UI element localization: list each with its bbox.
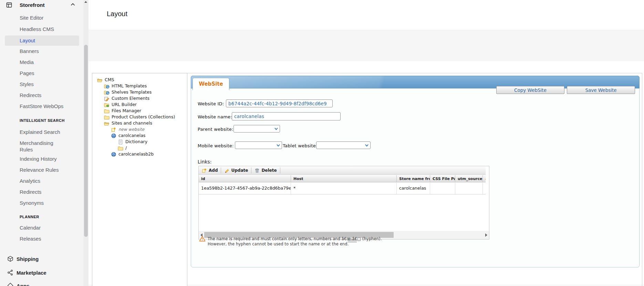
update-button[interactable]: Update [221,166,251,175]
delete-button[interactable]: Delete [251,166,280,175]
sidebar-item-relevance-rules[interactable]: Relevance Rules [20,167,78,173]
tree-item-product-clusters[interactable]: Product Clusters (Collections) [92,114,187,120]
website-name-input[interactable] [232,112,341,120]
cell-host: * [291,183,397,194]
links-grid: Add Update Delete id Host Store name fro… [198,166,489,240]
sidebar-item-site-editor[interactable]: Site Editor [20,14,78,21]
tree-item-files-manager[interactable]: Files Manager [92,108,187,114]
sidebar-item-indexing-history[interactable]: Indexing History [20,156,78,162]
links-table-header: id Host Store name from LM CSS File Path… [199,175,486,182]
storefront-icon [6,2,12,8]
tree-item-cms[interactable]: CMS [92,77,187,83]
warning-text-line1: The name is required and must contain on… [208,236,382,241]
save-website-button[interactable]: Save Website [567,86,635,94]
sidebar-item-redirects-search[interactable]: Redirects [20,189,78,195]
folder-open-icon [104,121,110,126]
column-header-partial[interactable]: a [483,175,486,182]
template-icon [104,90,110,95]
mobile-website-label: Mobile website: [198,143,234,148]
pencil-icon [224,168,229,173]
tab-website[interactable]: WebSite [193,78,229,90]
cell-utm-source [455,183,483,194]
sidebar-item-layout[interactable]: Layout [20,37,78,44]
chevron-down-icon [276,144,280,147]
sidebar-item-shipping[interactable]: Shipping [0,255,83,264]
sidebar-item-synonyms[interactable]: Synonyms [20,200,78,206]
tree-item-root-path[interactable]: / [92,145,187,151]
folder-arrow-icon [104,102,110,107]
sidebar-scrollbar[interactable] [83,0,89,286]
tree-item-url-builder[interactable]: URL Builder [92,102,187,108]
folder-icon [104,115,110,120]
tree-item-sites-and-channels[interactable]: Sites and channels [92,120,187,126]
tree-item-shelves-templates[interactable]: Shelves Templates [92,89,187,95]
tree-item-carolcanelas[interactable]: carolcanelas [92,133,187,139]
tree-item-carolcanelasb2b[interactable]: carolcanelasb2b [92,151,187,157]
cms-tree-panel: CMS HTML Templates Shelves Templates Cus… [92,73,187,286]
tree-item-dictionary[interactable]: Dictionary [92,139,187,145]
header-subband [89,31,644,61]
page-plus-icon [111,127,116,132]
mobile-website-select[interactable] [235,141,282,149]
scroll-up-arrow-icon[interactable] [84,1,87,3]
website-name-label: Website name: [198,114,232,119]
cell-css-file-path [430,183,455,194]
sidebar-scrollbar-thumb[interactable] [84,45,88,237]
section-header-intelligent-search: INTELLIGENT SEARCH [20,118,65,123]
sidebar-item-faststore-webops[interactable]: FastStore WebOps [20,103,78,109]
tree-item-custom-elements[interactable]: Custom Elements [92,95,187,102]
column-header-utm-source[interactable]: utm_source [455,175,483,182]
trash-icon [255,168,260,173]
parent-website-label: Parent website: [198,127,233,132]
copy-website-button[interactable]: Copy WebSite [496,86,564,94]
page-title: Layout [107,10,127,18]
parent-website-select[interactable] [233,125,280,133]
warning-icon [199,236,206,242]
sidebar-item-explained-search[interactable]: Explained Search [20,129,78,135]
sidebar-header[interactable]: Storefront [0,0,83,11]
sidebar-item-merchandising-rules[interactable]: Merchandising Rules [20,140,65,153]
website-id-input[interactable] [226,99,333,107]
sidebar-item-redirects[interactable]: Redirects [20,92,78,98]
diamond-icon [7,283,13,286]
folder-open-icon [97,77,103,83]
column-header-store-name[interactable]: Store name from LM [397,175,430,182]
chevron-down-icon [365,144,369,147]
sidebar-item-media[interactable]: Media [20,59,78,65]
chevron-up-icon[interactable] [71,3,75,6]
sidebar-item-banners[interactable]: Banners [20,48,78,54]
globe-icon [111,133,116,138]
website-panel: WebSite Copy WebSite Save Website Websit… [191,76,640,267]
sidebar-item-styles[interactable]: Styles [20,81,78,87]
tree-item-html-templates[interactable]: HTML Templates [92,83,187,89]
sidebar-item-pages[interactable]: Pages [20,70,78,76]
cell-id: 1ea598b2-1427-4567-ab9a-22c8d6ba79eb [199,183,291,194]
tablet-website-label: Tablet website: [283,143,318,148]
folder-icon [104,108,110,114]
add-button[interactable]: Add [199,166,221,175]
sidebar-item-marketplace[interactable]: Marketplace [0,269,83,277]
scroll-right-arrow-icon[interactable] [485,233,487,237]
box-icon [7,256,13,262]
sidebar-item-calendar[interactable]: Calendar [20,224,78,231]
links-toolbar: Add Update Delete [199,166,486,175]
globe-icon [111,152,116,157]
page-pencil-icon [104,96,110,101]
sidebar-item-analytics[interactable]: Analytics [20,178,78,184]
cell-store-name: carolcanelas [397,183,430,194]
column-header-css-file-path[interactable]: CSS File Path [430,175,455,182]
links-table-row[interactable]: 1ea598b2-1427-4567-ab9a-22c8d6ba79eb * c… [199,183,486,194]
folder-icon [118,146,123,151]
section-header-planner: PLANNER [20,215,39,219]
sidebar-item-releases[interactable]: Releases [20,235,78,242]
chevron-down-icon [274,127,278,130]
sidebar-item-apps[interactable]: Apps [0,282,83,286]
legacy-container-right-border [642,73,642,286]
tablet-website-select[interactable] [316,141,371,149]
sidebar-item-headless-cms[interactable]: Headless CMS [20,26,78,32]
links-label: Links: [198,159,211,165]
column-header-host[interactable]: Host [291,175,397,182]
column-header-id[interactable]: id [199,175,291,182]
template-icon [104,84,110,89]
tree-item-new-website[interactable]: new website [92,126,187,133]
